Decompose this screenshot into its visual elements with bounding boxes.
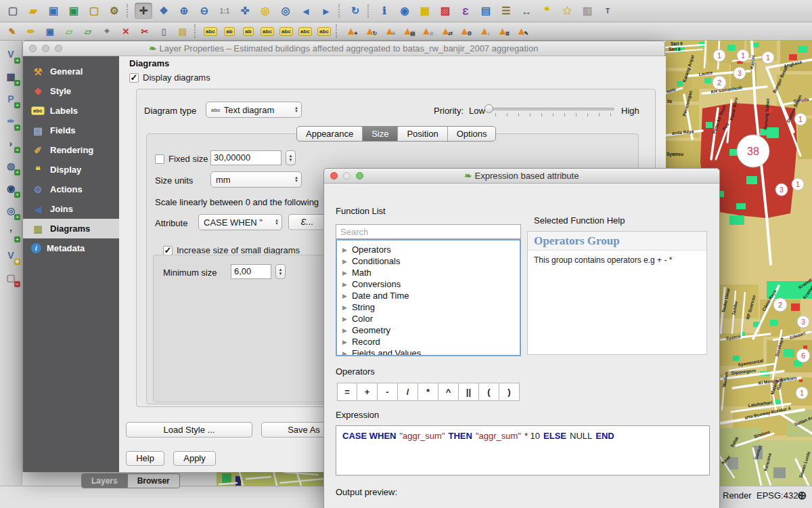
attribute-table-icon[interactable]: ▤ bbox=[477, 3, 495, 19]
fixed-size-checkbox[interactable]: Fixed size bbox=[155, 154, 208, 164]
sidebar-item-style[interactable]: ❖Style bbox=[23, 81, 119, 101]
run-feature-action-icon[interactable]: ◉ bbox=[396, 3, 413, 19]
label-move-icon[interactable]: abc bbox=[278, 24, 294, 39]
measure-icon[interactable]: ↔ bbox=[518, 3, 535, 19]
operator-button--[interactable]: - bbox=[378, 383, 398, 401]
plugin-options-icon[interactable]: ▲≡ bbox=[382, 24, 398, 39]
diagram-type-dropdown[interactable]: abc Text diagram ▲▼ bbox=[206, 102, 302, 118]
node-tool-icon[interactable]: ⌖ bbox=[99, 24, 115, 39]
zoom-in-icon[interactable]: ⊕ bbox=[175, 3, 193, 19]
expression-builder-button[interactable]: Ɛ... bbox=[288, 214, 326, 230]
pan-to-selection-icon[interactable]: ❖ bbox=[155, 3, 173, 19]
minimum-size-input[interactable]: 6,00 bbox=[231, 264, 271, 279]
cut-features-icon[interactable]: ✂ bbox=[137, 24, 153, 39]
expression-editor[interactable]: CASE WHEN"aggr_sum"THEN"aggr_sum"* 10ELS… bbox=[336, 425, 710, 475]
function-group-fields-and-values[interactable]: ▶Fields and Values bbox=[337, 347, 520, 356]
label-visibility-icon[interactable]: abc bbox=[259, 24, 275, 39]
plugin-user-icon[interactable]: ▲☺ bbox=[420, 24, 436, 39]
sidebar-item-general[interactable]: ⚒General bbox=[23, 62, 119, 81]
sidebar-item-diagrams[interactable]: ▥Diagrams bbox=[23, 219, 119, 238]
operator-button-([interactable]: ( bbox=[479, 383, 499, 401]
load-style-button[interactable]: Load Style ... bbox=[126, 422, 252, 438]
open-project-icon[interactable]: ▰ bbox=[24, 3, 42, 19]
tab-size[interactable]: Size bbox=[363, 127, 398, 141]
show-bookmarks-icon[interactable]: ▥ bbox=[579, 3, 596, 19]
zoom-full-icon[interactable]: ✜ bbox=[236, 3, 254, 19]
expand-arrow-icon[interactable]: ▶ bbox=[342, 316, 347, 322]
tab-position[interactable]: Position bbox=[398, 127, 447, 141]
help-button[interactable]: Help bbox=[126, 451, 164, 466]
attribute-dropdown[interactable]: CASE WHEN " ▲▼ bbox=[198, 214, 282, 230]
save-as-image-icon[interactable]: ▢ bbox=[85, 3, 103, 19]
deselect-features-icon[interactable]: ▨ bbox=[436, 3, 454, 19]
new-bookmark-icon[interactable]: ✩ bbox=[558, 3, 576, 19]
priority-slider-track[interactable] bbox=[484, 108, 614, 110]
field-calculator-icon[interactable]: ☰ bbox=[497, 3, 515, 19]
sidebar-item-rendering[interactable]: ✐Rendering bbox=[23, 140, 119, 160]
copy-features-icon[interactable]: ▯ bbox=[156, 24, 172, 39]
display-diagrams-checkbox[interactable]: ✓ Display diagrams bbox=[129, 72, 210, 83]
expression-dialog-titlebar[interactable]: ❧Expression based attribute bbox=[324, 169, 719, 184]
function-group-date-and-time[interactable]: ▶Date and Time bbox=[337, 290, 520, 301]
project-properties-icon[interactable]: ⚙ bbox=[106, 3, 123, 19]
zoom-native-icon[interactable]: 1:1 bbox=[216, 3, 233, 19]
function-group-operators[interactable]: ▶Operators bbox=[337, 244, 520, 255]
crs-status-label[interactable]: EPSG:4326 bbox=[757, 490, 803, 501]
layer-properties-titlebar[interactable]: ❧Layer Properties – Estimated buildings … bbox=[23, 41, 664, 56]
plugin-download-icon[interactable]: ▲↓ bbox=[476, 24, 493, 39]
expand-arrow-icon[interactable]: ▶ bbox=[342, 339, 347, 345]
save-project-as-icon[interactable]: ▣ bbox=[65, 3, 83, 19]
increase-size-checkbox[interactable]: ✓ Increase size of small diagrams bbox=[163, 245, 300, 255]
plugin-database-icon[interactable]: ▲≣ bbox=[495, 24, 512, 39]
add-delimited-text-layer-icon[interactable]: ’+ bbox=[3, 225, 19, 241]
label-rotate-icon[interactable]: abc bbox=[297, 24, 313, 39]
toggle-editing-icon[interactable]: ✏ bbox=[23, 24, 39, 39]
text-annotation-icon[interactable]: T bbox=[599, 3, 616, 19]
add-feature-icon[interactable]: ▱ bbox=[61, 24, 77, 39]
apply-button[interactable]: Apply bbox=[173, 451, 216, 466]
function-group-math[interactable]: ▶Math bbox=[337, 267, 520, 278]
function-group-color[interactable]: ▶Color bbox=[337, 313, 520, 324]
label-pin-alt-icon[interactable]: ab bbox=[240, 24, 256, 39]
identify-features-icon[interactable]: ℹ bbox=[376, 3, 393, 19]
sidebar-item-display[interactable]: ❝Display bbox=[23, 160, 119, 179]
pan-map-icon[interactable]: ✛ bbox=[135, 3, 152, 19]
expand-arrow-icon[interactable]: ▶ bbox=[342, 293, 347, 299]
crs-globe-icon[interactable]: ⊕ bbox=[797, 488, 807, 503]
expand-arrow-icon[interactable]: ▶ bbox=[342, 350, 347, 357]
add-vector-layer-icon[interactable]: V+ bbox=[3, 46, 19, 62]
function-group-geometry[interactable]: ▶Geometry bbox=[337, 324, 520, 336]
tab-options[interactable]: Options bbox=[448, 127, 496, 141]
zoom-to-layer-icon[interactable]: ◎ bbox=[277, 3, 294, 19]
operator-button-^[interactable]: ^ bbox=[438, 383, 459, 401]
sidebar-item-actions[interactable]: ⚙Actions bbox=[23, 179, 119, 199]
label-abc-icon[interactable]: abc bbox=[202, 24, 219, 39]
search-input[interactable] bbox=[336, 224, 521, 239]
label-properties-icon[interactable]: abc bbox=[316, 24, 332, 39]
plugin-list-icon[interactable]: ▲▤ bbox=[401, 24, 417, 39]
zoom-last-icon[interactable]: ◄ bbox=[297, 3, 315, 19]
tab-appearance[interactable]: Appearance bbox=[297, 127, 363, 141]
sidebar-item-fields[interactable]: ▤Fields bbox=[23, 121, 119, 140]
operator-button-)[interactable]: ) bbox=[499, 383, 520, 401]
new-project-icon[interactable]: ▢ bbox=[4, 3, 22, 19]
priority-slider-handle[interactable] bbox=[484, 104, 493, 113]
expand-arrow-icon[interactable]: ▶ bbox=[342, 247, 347, 253]
add-wfs-layer-icon[interactable]: ◎+ bbox=[3, 203, 19, 219]
current-edits-icon[interactable]: ✎ bbox=[4, 24, 20, 39]
plugin-swap-icon[interactable]: ▲⇄ bbox=[438, 24, 455, 39]
save-project-icon[interactable]: ▣ bbox=[45, 3, 62, 19]
minimum-size-stepper[interactable]: ▲▼ bbox=[275, 264, 286, 279]
sidebar-item-joins[interactable]: ◀Joins bbox=[23, 199, 119, 219]
tab-layers[interactable]: Layers bbox=[81, 473, 128, 488]
plugin-settings-icon[interactable]: ▲⚙ bbox=[457, 24, 474, 39]
map-tips-icon[interactable]: ❝ bbox=[538, 3, 556, 19]
expand-arrow-icon[interactable]: ▶ bbox=[342, 258, 347, 265]
add-mssql-layer-icon[interactable]: ◗+ bbox=[3, 135, 19, 152]
function-group-string[interactable]: ▶String bbox=[337, 301, 520, 313]
add-raster-layer-icon[interactable]: ▦+ bbox=[3, 68, 19, 85]
add-wms-layer-icon[interactable]: ◍+ bbox=[3, 158, 19, 174]
expand-arrow-icon[interactable]: ▶ bbox=[342, 270, 347, 276]
label-pin-icon[interactable]: ab bbox=[221, 24, 238, 39]
expand-arrow-icon[interactable]: ▶ bbox=[342, 281, 347, 288]
